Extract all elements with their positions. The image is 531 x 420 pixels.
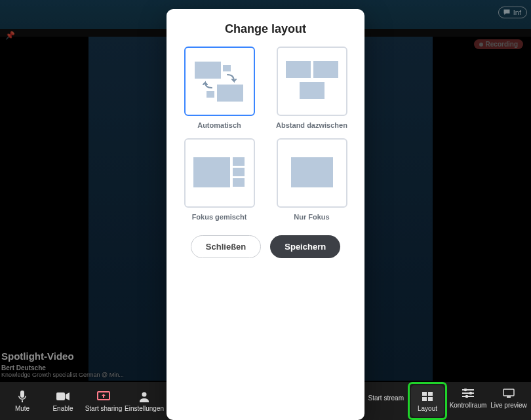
change-layout-modal: Change layout Automatisch <box>167 9 364 420</box>
svg-rect-30 <box>223 65 231 71</box>
layout-mixed-label: Fokus gemischt <box>192 213 247 221</box>
layout-option-mixed[interactable]: Fokus gemischt <box>177 138 262 221</box>
svg-rect-38 <box>233 168 245 176</box>
layout-option-spaced[interactable]: Abstand dazwischen <box>269 47 354 129</box>
layout-auto-icon <box>193 58 246 104</box>
save-button[interactable]: Speichern <box>270 235 340 258</box>
close-button[interactable]: Schließen <box>191 235 261 258</box>
layout-mixed-icon <box>192 153 247 193</box>
modal-backdrop: Change layout Automatisch <box>0 0 531 420</box>
modal-title: Change layout <box>177 22 354 36</box>
svg-rect-33 <box>286 61 311 78</box>
svg-rect-40 <box>291 157 333 187</box>
svg-rect-37 <box>233 157 245 166</box>
layout-only-label: Nur Fokus <box>294 213 329 221</box>
layout-option-only[interactable]: Nur Fokus <box>269 138 354 221</box>
svg-rect-35 <box>300 82 324 99</box>
layout-only-icon <box>285 153 340 193</box>
layout-spaced-label: Abstand dazwischen <box>276 121 347 129</box>
svg-rect-31 <box>217 85 243 102</box>
svg-rect-39 <box>233 178 245 187</box>
svg-rect-36 <box>193 157 230 187</box>
layout-option-auto[interactable]: Automatisch <box>177 47 262 129</box>
layout-auto-label: Automatisch <box>197 121 241 129</box>
svg-rect-32 <box>206 91 214 98</box>
svg-rect-29 <box>195 62 221 79</box>
layout-spaced-icon <box>285 58 340 104</box>
svg-rect-34 <box>313 61 338 78</box>
